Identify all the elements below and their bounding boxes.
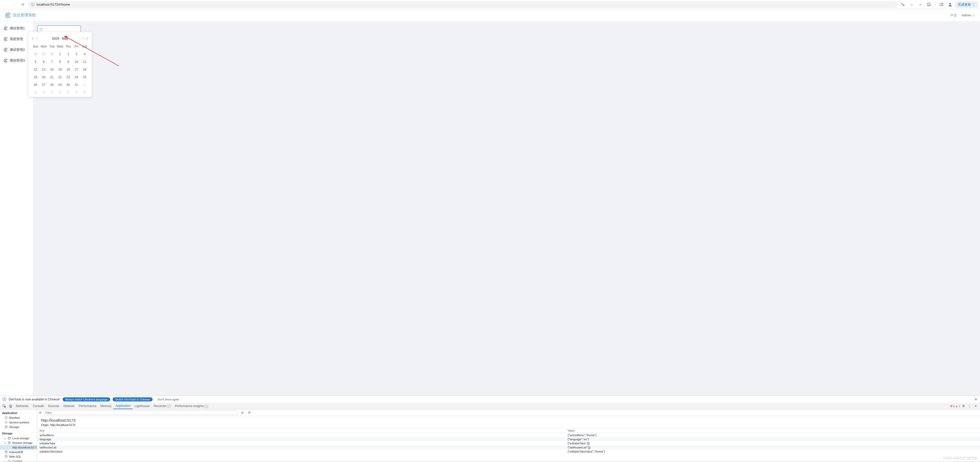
tab-performance[interactable]: Performance bbox=[77, 403, 99, 409]
refresh-icon[interactable]: ⟳ bbox=[39, 411, 41, 414]
date-cell[interactable]: 13 bbox=[40, 66, 48, 73]
month-label[interactable]: May bbox=[62, 37, 68, 40]
date-cell[interactable]: 18 bbox=[81, 66, 89, 73]
date-cell[interactable]: 10 bbox=[72, 59, 81, 65]
site-info-icon[interactable]: ⓘ bbox=[31, 2, 35, 7]
indexeddb-item[interactable]: IndexedDB bbox=[0, 450, 37, 454]
prev-year-button[interactable]: « bbox=[32, 36, 34, 41]
update-button[interactable]: 完成更新 ⋮ bbox=[955, 1, 978, 8]
forward-button[interactable]: → bbox=[11, 1, 18, 8]
switch-language-button[interactable]: Switch DevTools to Chinese bbox=[113, 397, 153, 401]
table-row[interactable]: language{"language":"en"} bbox=[37, 437, 980, 441]
filter-input[interactable] bbox=[44, 410, 238, 415]
date-cell[interactable]: 16 bbox=[64, 66, 72, 73]
error-count[interactable]: ◍ 1 bbox=[950, 404, 955, 408]
date-cell[interactable]: 29 bbox=[40, 51, 48, 57]
tab-lighthouse[interactable]: Lighthouse bbox=[133, 403, 152, 409]
device-toggle-icon[interactable] bbox=[8, 403, 13, 409]
table-row[interactable]: editableTabsValue{"editableTabsValue":"/… bbox=[37, 449, 980, 454]
manifest-item[interactable]: Manifest bbox=[0, 416, 37, 420]
date-cell[interactable]: 6 bbox=[64, 89, 72, 96]
profile-icon[interactable] bbox=[947, 1, 954, 8]
local-storage-item[interactable]: Local storage bbox=[0, 436, 37, 441]
date-cell[interactable]: 2 bbox=[64, 51, 72, 57]
translate-icon[interactable] bbox=[899, 1, 907, 8]
date-cell[interactable]: 2 bbox=[32, 89, 40, 96]
devtools-close-button[interactable]: ✕ bbox=[973, 403, 978, 409]
date-cell[interactable]: 6 bbox=[40, 59, 48, 65]
table-row[interactable]: editableTabs{"editableTabs":[]} bbox=[37, 441, 980, 445]
table-row[interactable]: tabRouterList{"tabRouterList":[]} bbox=[37, 445, 980, 449]
extensions-icon[interactable] bbox=[925, 1, 932, 8]
session-storage-item[interactable]: Session storage bbox=[0, 441, 37, 445]
date-cell[interactable]: 30 bbox=[64, 81, 72, 88]
session-storage-origin[interactable]: http://localhost:5173 bbox=[0, 445, 37, 450]
match-language-button[interactable]: Always match Chrome's language bbox=[63, 397, 110, 401]
date-cell[interactable]: 3 bbox=[72, 51, 81, 57]
date-cell[interactable]: 5 bbox=[56, 89, 64, 96]
date-cell[interactable]: 11 bbox=[81, 59, 89, 65]
date-cell[interactable]: 28 bbox=[48, 81, 56, 88]
tab-console[interactable]: Console bbox=[31, 403, 46, 409]
date-cell[interactable]: 4 bbox=[81, 51, 89, 57]
date-cell[interactable]: 26 bbox=[32, 81, 40, 88]
date-cell[interactable]: 30 bbox=[48, 51, 56, 57]
websql-item[interactable]: Web SQL bbox=[0, 454, 37, 459]
date-cell[interactable]: 15 bbox=[56, 66, 64, 73]
tab-elements[interactable]: Elements bbox=[14, 403, 31, 409]
date-cell[interactable]: 24 bbox=[72, 74, 81, 81]
dont-show-again-button[interactable]: Don't show again bbox=[155, 397, 182, 401]
date-cell[interactable]: 28 bbox=[32, 51, 40, 57]
date-cell[interactable]: 1 bbox=[56, 51, 64, 57]
date-cell[interactable]: 25 bbox=[81, 74, 89, 81]
reload-button[interactable]: ⟳ bbox=[19, 1, 27, 8]
date-cell[interactable]: 1 bbox=[81, 81, 89, 88]
table-row[interactable]: activeMenu{"activeMenu":"/home"} bbox=[37, 433, 980, 438]
next-month-button[interactable]: › bbox=[82, 36, 84, 41]
date-cell[interactable]: 27 bbox=[40, 81, 48, 88]
date-cell[interactable]: 4 bbox=[48, 89, 56, 96]
back-button[interactable]: ← bbox=[2, 1, 9, 8]
col-value[interactable]: Value bbox=[565, 428, 980, 433]
date-cell[interactable]: 29 bbox=[56, 81, 64, 88]
date-cell[interactable]: 8 bbox=[81, 89, 89, 96]
date-cell[interactable]: 20 bbox=[40, 74, 48, 81]
tab-performance-insights[interactable]: Performance insights ⚐ bbox=[173, 403, 210, 409]
address-bar[interactable]: ⓘ localhost:5173/#/home bbox=[28, 1, 898, 8]
tab-sources[interactable]: Sources bbox=[46, 403, 61, 409]
delete-icon[interactable]: ✕ bbox=[247, 411, 252, 414]
vue-devtools-icon[interactable]: ▾ bbox=[916, 1, 924, 8]
user-menu[interactable]: Admin ⌄ bbox=[962, 13, 975, 17]
date-cell[interactable]: 31 bbox=[72, 81, 81, 88]
date-cell[interactable]: 17 bbox=[72, 66, 81, 73]
date-cell[interactable]: 7 bbox=[72, 89, 81, 96]
date-cell[interactable]: 3 bbox=[40, 89, 48, 96]
date-cell[interactable]: 19 bbox=[32, 74, 40, 81]
date-cell[interactable]: 7 bbox=[48, 59, 56, 65]
col-key[interactable]: Key bbox=[37, 428, 565, 433]
date-cell[interactable]: 22 bbox=[56, 74, 64, 81]
date-cell[interactable]: 21 bbox=[48, 74, 56, 81]
prev-month-button[interactable]: ‹ bbox=[36, 36, 38, 41]
date-field[interactable] bbox=[44, 27, 79, 31]
date-cell[interactable]: 14 bbox=[48, 66, 56, 73]
banner-close-button[interactable]: ✕ bbox=[974, 397, 977, 401]
tab-recorder[interactable]: Recorder ⚐ bbox=[152, 403, 173, 409]
date-cell[interactable]: 5 bbox=[32, 59, 40, 65]
bookmark-icon[interactable]: ☆ bbox=[908, 1, 915, 8]
warning-count[interactable]: ▲ 1 bbox=[955, 405, 960, 408]
language-toggle[interactable]: 中文 bbox=[950, 13, 957, 18]
date-cell[interactable]: 12 bbox=[32, 66, 40, 73]
year-label[interactable]: 2024 bbox=[52, 37, 59, 40]
tab-memory[interactable]: Memory bbox=[99, 403, 113, 409]
settings-icon[interactable]: ⚙ bbox=[961, 403, 966, 409]
date-cell[interactable]: 8 bbox=[56, 59, 64, 65]
cookies-item[interactable]: Cookies bbox=[0, 459, 37, 462]
more-icon[interactable]: ⋮ bbox=[967, 403, 972, 409]
side-panel-icon[interactable] bbox=[938, 1, 945, 8]
date-cell[interactable]: 23 bbox=[64, 74, 72, 81]
tab-network[interactable]: Network bbox=[61, 403, 77, 409]
next-year-button[interactable]: » bbox=[86, 36, 89, 41]
inspect-icon[interactable] bbox=[2, 403, 7, 409]
service-workers-item[interactable]: Service workers bbox=[0, 420, 37, 425]
